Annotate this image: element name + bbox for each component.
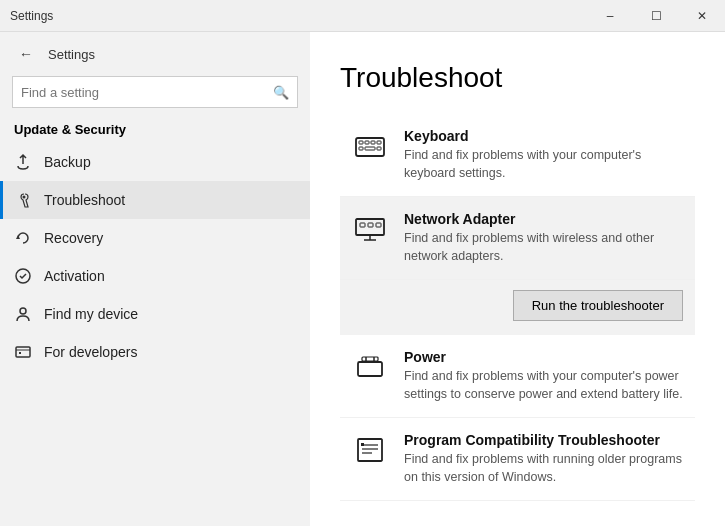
sidebar-nav-bar: ← Settings bbox=[0, 32, 310, 76]
svg-rect-21 bbox=[358, 362, 382, 376]
network-adapter-desc: Find and fix problems with wireless and … bbox=[404, 230, 683, 265]
svg-rect-24 bbox=[362, 357, 378, 361]
program-compat-card-body: Program Compatibility Troubleshooter Fin… bbox=[404, 432, 683, 486]
svg-rect-8 bbox=[359, 141, 363, 144]
svg-rect-29 bbox=[361, 443, 364, 446]
activation-icon bbox=[14, 267, 32, 285]
svg-rect-9 bbox=[365, 141, 369, 144]
keyboard-card-body: Keyboard Find and fix problems with your… bbox=[404, 128, 683, 182]
titlebar: Settings – ☐ ✕ bbox=[0, 0, 725, 32]
sidebar-app-title: Settings bbox=[48, 47, 95, 62]
network-icon bbox=[352, 211, 388, 247]
sidebar-item-recovery[interactable]: Recovery bbox=[0, 219, 310, 257]
page-title: Troubleshoot bbox=[340, 62, 695, 94]
sidebar-section-title: Update & Security bbox=[0, 116, 310, 143]
sidebar-item-findmydevice-label: Find my device bbox=[44, 306, 138, 322]
sidebar-item-troubleshoot-label: Troubleshoot bbox=[44, 192, 125, 208]
run-btn-row: Run the troubleshooter bbox=[340, 280, 695, 335]
sidebar-item-backup-label: Backup bbox=[44, 154, 91, 170]
svg-rect-13 bbox=[365, 147, 375, 150]
developers-icon bbox=[14, 343, 32, 361]
run-troubleshooter-button[interactable]: Run the troubleshooter bbox=[513, 290, 683, 321]
sidebar: ← Settings 🔍 Update & Security Backup bbox=[0, 32, 310, 526]
sidebar-item-fordevelopers[interactable]: For developers bbox=[0, 333, 310, 371]
sidebar-item-findmydevice[interactable]: Find my device bbox=[0, 295, 310, 333]
window-controls: – ☐ ✕ bbox=[587, 0, 725, 32]
sidebar-item-activation[interactable]: Activation bbox=[0, 257, 310, 295]
keyboard-icon bbox=[352, 128, 388, 164]
svg-rect-14 bbox=[377, 147, 381, 150]
wrench-icon bbox=[14, 191, 32, 209]
power-card: Power Find and fix problems with your co… bbox=[340, 335, 695, 418]
svg-point-3 bbox=[20, 308, 26, 314]
sidebar-item-activation-label: Activation bbox=[44, 268, 105, 284]
main-content: Troubleshoot Keyboard Find and fix probl… bbox=[310, 32, 725, 526]
power-card-body: Power Find and fix problems with your co… bbox=[404, 349, 683, 403]
power-icon bbox=[352, 349, 388, 385]
search-icon: 🔍 bbox=[273, 85, 289, 100]
program-compat-desc: Find and fix problems with running older… bbox=[404, 451, 683, 486]
app-container: ← Settings 🔍 Update & Security Backup bbox=[0, 32, 725, 526]
sidebar-item-fordevelopers-label: For developers bbox=[44, 344, 137, 360]
network-adapter-card: Network Adapter Find and fix problems wi… bbox=[340, 197, 695, 280]
search-box: 🔍 bbox=[12, 76, 298, 108]
sidebar-items: Backup Troubleshoot Re bbox=[0, 143, 310, 526]
svg-rect-4 bbox=[16, 347, 30, 357]
back-button[interactable]: ← bbox=[12, 40, 40, 68]
network-adapter-card-body: Network Adapter Find and fix problems wi… bbox=[404, 211, 683, 265]
keyboard-card: Keyboard Find and fix problems with your… bbox=[340, 114, 695, 197]
maximize-button[interactable]: ☐ bbox=[633, 0, 679, 32]
power-title: Power bbox=[404, 349, 683, 365]
person-icon bbox=[14, 305, 32, 323]
sidebar-item-backup[interactable]: Backup bbox=[0, 143, 310, 181]
svg-rect-11 bbox=[377, 141, 381, 144]
program-icon bbox=[352, 432, 388, 468]
search-input[interactable] bbox=[21, 85, 273, 100]
keyboard-title: Keyboard bbox=[404, 128, 683, 144]
sidebar-item-troubleshoot[interactable]: Troubleshoot bbox=[0, 181, 310, 219]
network-adapter-title: Network Adapter bbox=[404, 211, 683, 227]
backup-icon bbox=[14, 153, 32, 171]
svg-rect-20 bbox=[376, 223, 381, 227]
svg-rect-10 bbox=[371, 141, 375, 144]
program-compat-title: Program Compatibility Troubleshooter bbox=[404, 432, 683, 448]
recovery-icon bbox=[14, 229, 32, 247]
power-desc: Find and fix problems with your computer… bbox=[404, 368, 683, 403]
program-compat-card: Program Compatibility Troubleshooter Fin… bbox=[340, 418, 695, 501]
app-title: Settings bbox=[10, 9, 53, 23]
keyboard-desc: Find and fix problems with your computer… bbox=[404, 147, 683, 182]
svg-rect-19 bbox=[368, 223, 373, 227]
svg-rect-12 bbox=[359, 147, 363, 150]
svg-point-0 bbox=[23, 196, 26, 199]
svg-rect-25 bbox=[358, 439, 382, 461]
svg-rect-6 bbox=[19, 352, 21, 354]
minimize-button[interactable]: – bbox=[587, 0, 633, 32]
close-button[interactable]: ✕ bbox=[679, 0, 725, 32]
sidebar-item-recovery-label: Recovery bbox=[44, 230, 103, 246]
svg-rect-18 bbox=[360, 223, 365, 227]
